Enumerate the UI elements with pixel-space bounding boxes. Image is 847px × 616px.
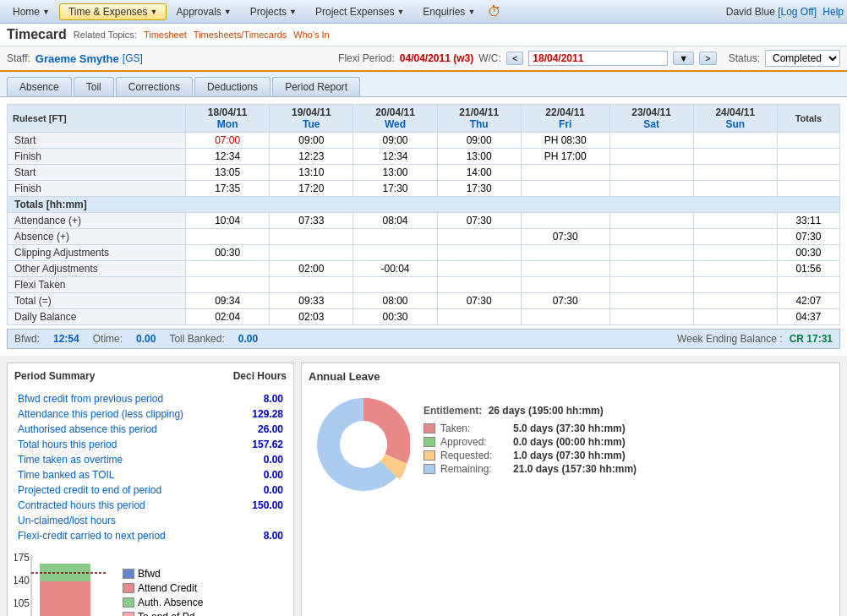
cell-start2-fri: [521, 165, 609, 181]
date-dropdown-button[interactable]: ▼: [673, 52, 694, 65]
ps-val-4: 0.00: [240, 453, 285, 466]
cell-clip-total: 00:30: [777, 245, 839, 261]
cell-start1-mon: 07:00: [186, 133, 270, 149]
flexi-period-value: 04/04/2011 (w3): [400, 52, 473, 64]
nav-approvals[interactable]: Approvals ▼: [167, 3, 240, 20]
al-label-remaining: Remaining:: [440, 463, 508, 475]
nav-projects[interactable]: Projects ▼: [241, 3, 306, 20]
logoff-link[interactable]: [Log Off]: [778, 6, 817, 18]
ps-label-9: Flexi-credit carried to next period: [16, 529, 238, 542]
ps-val-0: 8.00: [240, 392, 285, 406]
cell-other-mon: [186, 261, 270, 277]
day-name-sun: Sun: [699, 118, 772, 130]
ps-label-3: Total hours this period: [16, 438, 238, 451]
tab-corrections[interactable]: Corrections: [116, 77, 193, 96]
cell-total-sun: [693, 293, 777, 309]
nav-project-expenses[interactable]: Project Expenses ▼: [306, 3, 413, 20]
day-date-fri: 22/04/11: [527, 106, 604, 118]
cell-abs-sat: [609, 229, 693, 245]
staff-code: [GS]: [123, 52, 143, 64]
list-item: Flexi-credit carried to next period8.00: [16, 529, 285, 542]
al-value-requested: 1.0 days (07:30 hh:mm): [513, 450, 626, 461]
staff-name: Graeme Smythe: [36, 52, 119, 65]
tab-period-report[interactable]: Period Report: [272, 77, 360, 96]
cell-abs-fri: 07:30: [521, 229, 609, 245]
cell-abs-tue: [270, 229, 353, 245]
table-row: Start 13:05 13:10 13:00 14:00: [8, 165, 840, 181]
status-select[interactable]: Completed: [765, 50, 840, 67]
legend-label-absence: Auth. Absence: [138, 597, 203, 608]
prev-date-button[interactable]: <: [506, 52, 523, 65]
link-whos-in[interactable]: Who's In: [293, 30, 329, 40]
nav-home[interactable]: Home ▼: [3, 3, 59, 20]
flexi-info: Flexi Period: 04/04/2011 (w3) W/C: < ▼ >…: [338, 50, 840, 67]
list-item: Un-claimed/lost hours: [16, 514, 285, 527]
cell-flexi-fri: [521, 277, 609, 293]
tab-toil[interactable]: Toil: [74, 77, 114, 96]
list-item: Attendance this period (less clipping)12…: [16, 407, 285, 421]
username: David Blue: [726, 6, 775, 18]
period-balance-chart: 175 140 105 70 35 0: [14, 551, 116, 616]
cell-finish1-sun: [693, 149, 777, 165]
table-row: Other Adjustments 02:00 -00:04 01:56: [8, 261, 840, 277]
cell-start2-wed: 13:00: [353, 165, 437, 181]
cell-flexi-sat: [609, 277, 693, 293]
nav-enquiries-label: Enquiries: [423, 6, 465, 18]
link-timesheet[interactable]: Timesheet: [144, 30, 187, 40]
nav-pe-label: Project Expenses: [315, 6, 394, 18]
help-link[interactable]: Help: [822, 6, 844, 18]
table-row: Daily Balance 02:04 02:03 00:30 04:37: [8, 309, 840, 325]
cell-abs-wed: [353, 229, 437, 245]
section-header-totals: Totals [hh:mm]: [8, 197, 840, 213]
tab-absence[interactable]: Absence: [7, 77, 72, 96]
cell-other-fri: [521, 261, 609, 277]
al-value-taken: 5.0 days (37:30 hh:mm): [513, 422, 626, 434]
nav-time-expenses[interactable]: Time & Expenses ▼: [59, 3, 167, 20]
day-date-thu: 21/04/11: [443, 106, 516, 118]
cell-abs-mon: [186, 229, 270, 245]
cell-start2-sat: [609, 165, 693, 181]
legend-period-end: To end of Pd.: [123, 611, 203, 616]
legend-absence: Auth. Absence: [123, 597, 203, 608]
date-input[interactable]: [528, 51, 668, 66]
list-item: Bfwd credit from previous period8.00: [16, 392, 285, 406]
row-label-absence: Absence (+): [8, 229, 186, 245]
cell-flexi-tue: [270, 277, 353, 293]
table-row: Absence (+) 07:30 07:30: [8, 229, 840, 245]
day-date-mon: 18/04/11: [191, 106, 264, 118]
ps-val-9: 8.00: [240, 529, 285, 542]
entitlement-value: 26 days (195:00 hh:mm): [489, 405, 604, 417]
cell-finish1-total: [777, 149, 839, 165]
table-row: Attendance (+) 10:04 07:33 08:04 07:30 3…: [8, 213, 840, 229]
al-label-requested: Requested:: [440, 450, 508, 461]
tab-deductions[interactable]: Deductions: [194, 77, 270, 96]
link-timesheets-timecards[interactable]: Timesheets/Timecards: [194, 30, 287, 40]
nav-approvals-label: Approvals: [176, 6, 221, 18]
nav-pe-arrow: ▼: [396, 8, 404, 16]
ps-val-8: [240, 514, 285, 527]
period-summary-title: Period Summary: [14, 370, 95, 382]
nav-enquiries[interactable]: Enquiries ▼: [413, 3, 484, 20]
cell-total-thu: 07:30: [437, 293, 521, 309]
legend-color-period-end: [123, 612, 134, 616]
day-header-sun: 24/04/11 Sun: [693, 105, 777, 133]
week-balance-value: CR 17:31: [790, 333, 833, 345]
day-date-sat: 23/04/11: [615, 106, 688, 118]
cell-other-wed: -00:04: [353, 261, 437, 277]
ps-label-5: Time banked as TOIL: [16, 468, 238, 482]
deci-hours-label: Deci Hours: [233, 370, 287, 382]
ps-val-7: 150.00: [240, 499, 285, 512]
cell-other-thu: [437, 261, 521, 277]
cell-db-tue: 02:03: [270, 309, 353, 325]
cell-start1-sat: [609, 133, 693, 149]
legend-bfwd: Bfwd: [123, 568, 203, 580]
cell-att-thu: 07:30: [437, 213, 521, 229]
list-item: Authorised absence this period26.00: [16, 422, 285, 436]
next-date-button[interactable]: >: [699, 52, 716, 65]
cell-start1-fri: PH 08:30: [521, 133, 609, 149]
user-info: David Blue [Log Off] Help: [726, 6, 844, 18]
cell-start1-thu: 09:00: [437, 133, 521, 149]
row-label-clipping: Clipping Adjustments: [8, 245, 186, 261]
annual-leave-title: Annual Leave: [309, 370, 833, 383]
al-dot-approved: [424, 437, 435, 447]
